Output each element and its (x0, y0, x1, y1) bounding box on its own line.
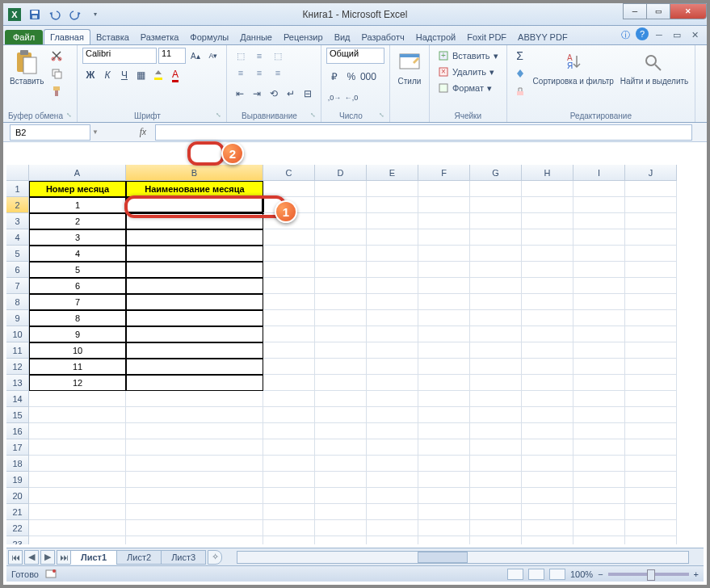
row-header[interactable]: 1 (6, 181, 29, 197)
autosum-button[interactable]: Σ (512, 48, 528, 64)
cell[interactable] (625, 423, 677, 439)
row-header[interactable]: 13 (6, 375, 29, 391)
cell[interactable] (315, 294, 367, 310)
cell[interactable] (625, 294, 677, 310)
cell[interactable] (573, 262, 625, 278)
cell[interactable] (470, 359, 522, 375)
cell[interactable] (29, 423, 126, 439)
cell[interactable] (573, 391, 625, 407)
row-header[interactable]: 19 (6, 472, 29, 488)
cell[interactable] (263, 246, 315, 262)
cell[interactable] (367, 213, 418, 229)
cell[interactable] (315, 375, 367, 391)
cell[interactable] (625, 439, 677, 456)
doc-restore[interactable]: ▭ (670, 27, 684, 42)
paste-button[interactable]: Вставить (8, 48, 45, 87)
sheet-nav-next[interactable]: ▶ (40, 550, 55, 565)
cell[interactable] (470, 229, 522, 246)
cell[interactable] (470, 504, 522, 520)
cell[interactable] (418, 310, 470, 326)
cell[interactable] (470, 197, 522, 213)
cell[interactable] (470, 520, 522, 536)
cell[interactable] (470, 488, 522, 504)
row-header[interactable]: 22 (6, 520, 29, 536)
cell[interactable] (625, 520, 677, 536)
cell[interactable] (522, 359, 573, 375)
cell[interactable] (470, 375, 522, 391)
cell[interactable] (367, 504, 418, 520)
column-header[interactable]: E (367, 165, 418, 181)
cut-button[interactable] (48, 48, 65, 64)
column-header[interactable]: I (573, 165, 625, 181)
find-select-button[interactable]: Найти и выделить (619, 48, 690, 87)
cell[interactable] (367, 375, 418, 391)
align-right-button[interactable]: ≡ (269, 65, 287, 81)
cell[interactable] (315, 326, 367, 342)
row-header[interactable]: 23 (6, 536, 29, 544)
cell[interactable] (522, 197, 573, 213)
cell[interactable] (315, 504, 367, 520)
cell[interactable] (573, 229, 625, 246)
view-layout-button[interactable] (528, 569, 544, 580)
cell[interactable] (470, 423, 522, 439)
cell[interactable] (367, 439, 418, 456)
cell[interactable] (522, 391, 573, 407)
column-header[interactable]: J (625, 165, 677, 181)
cell[interactable] (263, 472, 315, 488)
cell[interactable] (367, 536, 418, 544)
cell[interactable] (126, 504, 263, 520)
cell[interactable] (263, 359, 315, 375)
cell[interactable]: 9 (29, 326, 126, 342)
cell[interactable] (367, 278, 418, 294)
cell[interactable] (522, 262, 573, 278)
cell[interactable] (315, 229, 367, 246)
cell[interactable] (522, 423, 573, 439)
cell[interactable] (573, 342, 625, 359)
format-cells-button[interactable]: Формат ▾ (435, 80, 495, 96)
increase-indent-button[interactable]: ⇥ (249, 86, 265, 102)
fill-button[interactable] (512, 65, 528, 82)
cell[interactable] (263, 407, 315, 423)
name-box[interactable]: B2 (10, 124, 90, 141)
cell[interactable] (367, 423, 418, 439)
cell[interactable]: 7 (29, 294, 126, 310)
cell[interactable]: 12 (29, 375, 126, 391)
cell[interactable] (522, 246, 573, 262)
cell[interactable] (315, 407, 367, 423)
cell[interactable] (418, 536, 470, 544)
cell[interactable] (263, 181, 315, 197)
help-button[interactable]: ? (636, 27, 649, 40)
format-painter-button[interactable] (48, 83, 65, 99)
zoom-out-button[interactable]: − (598, 569, 603, 579)
cell[interactable] (29, 407, 126, 423)
cell[interactable] (315, 456, 367, 472)
cell[interactable] (367, 310, 418, 326)
cell[interactable] (315, 278, 367, 294)
cell[interactable] (315, 439, 367, 456)
cell[interactable] (522, 213, 573, 229)
cell[interactable]: 5 (29, 262, 126, 278)
cell[interactable] (418, 456, 470, 472)
cell[interactable] (126, 213, 263, 229)
cell[interactable] (625, 326, 677, 342)
cell[interactable] (29, 472, 126, 488)
cell[interactable] (126, 278, 263, 294)
cell[interactable]: Наименование месяца (126, 181, 263, 197)
cell[interactable] (367, 229, 418, 246)
cell[interactable] (470, 391, 522, 407)
currency-button[interactable]: ₽ (326, 69, 342, 85)
tab-abbyy[interactable]: ABBYY PDF (512, 30, 573, 44)
cell[interactable] (126, 488, 263, 504)
cell[interactable] (315, 472, 367, 488)
cell[interactable] (418, 294, 470, 310)
sheet-nav-first[interactable]: ⏮ (8, 550, 23, 565)
macro-record-icon[interactable] (45, 568, 57, 581)
doc-close[interactable]: ✕ (687, 27, 702, 42)
cell[interactable] (367, 326, 418, 342)
cell[interactable] (367, 520, 418, 536)
font-size-select[interactable]: 11 (158, 48, 186, 64)
cell[interactable] (573, 181, 625, 197)
column-header[interactable]: F (418, 165, 470, 181)
cell[interactable] (367, 294, 418, 310)
column-header[interactable]: D (315, 165, 367, 181)
